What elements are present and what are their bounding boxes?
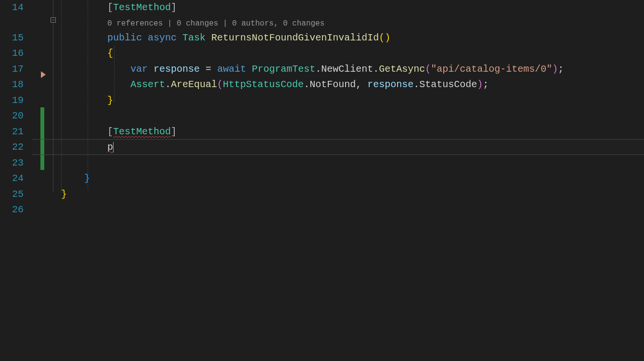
type-programtest: ProgramTest	[252, 64, 315, 75]
comma: ,	[356, 79, 361, 90]
code-line[interactable]: public async Task ReturnsNotFoundGivenIn…	[61, 30, 644, 46]
fold-line	[53, 0, 53, 193]
code-editor[interactable]: 14 15 16 17 18 19 20 21 22 23 24 25 26 […	[0, 0, 644, 361]
variable-response: response	[154, 64, 200, 75]
code-line[interactable]: [TestMethod]	[61, 0, 644, 16]
code-line[interactable]: var response = await ProgramTest.NewClie…	[61, 62, 644, 77]
code-line[interactable]: [TestMethod]	[61, 124, 644, 140]
method-name: ReturnsNotFoundGivenInvalidId	[211, 32, 379, 43]
bracket-open: [	[107, 2, 113, 13]
line-number: 15	[0, 30, 32, 46]
code-line[interactable]: Assert.AreEqual(HttpStatusCode.NotFound,…	[61, 77, 644, 93]
line-number: 22	[0, 140, 32, 155]
code-line[interactable]: }	[61, 171, 644, 187]
line-number: 23	[0, 155, 32, 171]
code-line[interactable]	[61, 108, 644, 124]
type-task: Task	[182, 32, 206, 43]
code-line[interactable]	[61, 202, 644, 218]
brace-close: }	[84, 173, 90, 184]
code-line[interactable]: }	[61, 93, 644, 109]
attribute-name: TestMethod	[113, 2, 171, 13]
code-line[interactable]: }	[61, 187, 644, 203]
paren-open: (	[379, 32, 385, 43]
paren-close: )	[552, 64, 558, 75]
member-statuscode: StatusCode	[419, 79, 477, 90]
line-number: 24	[0, 171, 32, 187]
code-content-area[interactable]: [TestMethod] 0 references | 0 changes | …	[61, 0, 644, 361]
typing-text: p	[107, 142, 113, 153]
line-number: 26	[0, 202, 32, 218]
string-literal: "api/catalog-items/0"	[431, 64, 552, 75]
codelens-text[interactable]: 0 references | 0 changes | 0 authors, 0 …	[107, 19, 324, 28]
code-line-current[interactable]: p	[61, 140, 644, 155]
semicolon: ;	[483, 79, 489, 90]
line-number-gutter: 14 15 16 17 18 19 20 21 22 23 24 25 26	[0, 0, 32, 361]
line-number: 17	[0, 62, 32, 77]
code-line[interactable]	[61, 155, 644, 171]
line-number: 21	[0, 124, 32, 140]
line-number: 25	[0, 187, 32, 203]
operator-eq: =	[206, 64, 211, 75]
bracket-close: ]	[171, 126, 177, 137]
fold-toggle-icon[interactable]	[51, 17, 56, 23]
keyword-var: var	[130, 64, 148, 75]
line-number: 19	[0, 93, 32, 109]
line-number	[0, 16, 32, 30]
dot: .	[315, 64, 321, 75]
line-number: 20	[0, 108, 32, 124]
type-httpstatuscode: HttpStatusCode	[223, 79, 304, 90]
run-test-icon[interactable]	[41, 71, 46, 78]
brace-close: }	[107, 95, 113, 106]
variable-response: response	[367, 79, 413, 90]
codelens-line[interactable]: 0 references | 0 changes | 0 authors, 0 …	[61, 16, 644, 30]
dot: .	[373, 64, 379, 75]
brace-close: }	[61, 189, 67, 200]
editor-margin	[32, 0, 61, 361]
paren-close: )	[385, 32, 390, 43]
bracket-open: [	[107, 126, 113, 137]
line-number: 16	[0, 46, 32, 62]
code-line[interactable]: {	[61, 46, 644, 62]
line-number: 14	[0, 0, 32, 16]
bracket-close: ]	[171, 2, 177, 13]
dot: .	[413, 79, 419, 90]
type-assert: Assert	[130, 79, 165, 90]
dot: .	[304, 79, 309, 90]
member-newclient: NewClient	[321, 64, 373, 75]
paren-close: )	[477, 79, 483, 90]
member-notfound: NotFound	[309, 79, 356, 90]
semicolon: ;	[558, 64, 564, 75]
brace-open: {	[107, 48, 113, 59]
change-indicator	[40, 107, 44, 170]
keyword-await: await	[217, 64, 246, 75]
paren-open: (	[217, 79, 223, 90]
text-cursor	[113, 142, 114, 153]
keyword-async: async	[148, 32, 177, 43]
dot: .	[165, 79, 171, 90]
line-number: 18	[0, 77, 32, 93]
paren-open: (	[425, 64, 431, 75]
attribute-name-error: TestMethod	[113, 126, 171, 137]
method-areequal: AreEqual	[171, 79, 217, 90]
keyword-public: public	[107, 32, 142, 43]
method-getasync: GetAsync	[379, 64, 425, 75]
